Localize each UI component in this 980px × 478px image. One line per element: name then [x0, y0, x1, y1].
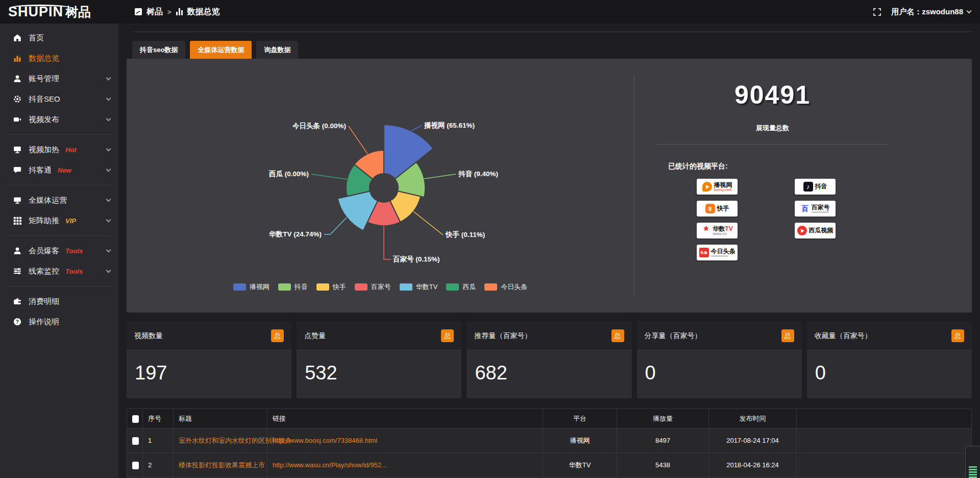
- platform-column: ♪抖音百百家号西瓜视频: [795, 179, 836, 260]
- stat-card-title: 收藏量（百家号）: [815, 331, 872, 341]
- chevron-down-icon: [106, 116, 111, 122]
- pie-label: 快手 (0.11%): [445, 230, 485, 238]
- sidebar-badge: New: [58, 166, 71, 174]
- wallet-icon: [13, 297, 21, 305]
- chart-icon: [13, 54, 21, 62]
- breadcrumb-separator: >: [167, 8, 172, 16]
- pie-label: 华数TV (24.74%): [268, 230, 322, 238]
- floating-service-widget[interactable]: [965, 446, 980, 478]
- sidebar-item-10[interactable]: 会员爆客Tools: [0, 241, 118, 261]
- grid-icon: [13, 217, 21, 225]
- cell-platform: 华数TV: [543, 453, 617, 477]
- total-badge: 总: [781, 329, 794, 342]
- row-checkbox[interactable]: [132, 415, 139, 423]
- filter-icon: [13, 267, 21, 275]
- legend-item-7[interactable]: 今日头条: [484, 282, 527, 292]
- platform-name: 播视网boosj.com: [714, 182, 732, 192]
- signal-bars-icon: [969, 466, 977, 478]
- sidebar-item-label: 全媒体运营: [29, 196, 67, 205]
- platform-badge-toutiao: 头条今日头条: [697, 245, 738, 260]
- fullscreen-icon[interactable]: [873, 8, 881, 16]
- cell-plays: 8497: [617, 428, 709, 453]
- total-badge: 总: [441, 329, 454, 342]
- sidebar-item-1[interactable]: 首页: [0, 28, 118, 48]
- tab-2[interactable]: 全媒体运营数据: [190, 41, 252, 59]
- sidebar-item-6[interactable]: 视频加热Hot: [0, 139, 118, 160]
- stat-card-value: 532: [297, 350, 461, 384]
- column-header: 平台: [573, 415, 586, 422]
- sidebar-item-label: 抖音SEO: [29, 94, 60, 104]
- legend-marker: [484, 283, 497, 291]
- chevron-down-icon: [106, 197, 111, 202]
- pie-label: 播视网 (65.61%): [424, 121, 475, 129]
- sidebar-badge: VIP: [65, 217, 76, 225]
- legend-item-4[interactable]: 百家号: [355, 282, 391, 292]
- svg-text:?: ?: [16, 319, 19, 325]
- platform-badge-douyin: ♪抖音: [795, 179, 836, 195]
- video-url-link[interactable]: http://www.wasu.cn/Play/show/id/952...: [273, 461, 387, 469]
- pie-label: 今日头条 (0.00%): [292, 122, 346, 130]
- legend-label: 抖音: [295, 282, 308, 292]
- sidebar-item-7[interactable]: 抖客通New: [0, 160, 118, 180]
- sidebar: 首页数据总览账号管理抖音SEO视频发布视频加热Hot抖客通New全媒体运营矩阵助…: [0, 23, 118, 478]
- row-checkbox[interactable]: [132, 437, 139, 445]
- row-checkbox[interactable]: [132, 462, 139, 469]
- sidebar-item-11[interactable]: 线索监控Tools: [0, 261, 118, 281]
- legend-item-1[interactable]: 播视网: [233, 282, 270, 292]
- platform-badge-boosj: 播视网boosj.com: [697, 179, 738, 195]
- breadcrumb: 树品 > 数据总览: [135, 7, 220, 17]
- kuaishou-logo-icon: 8: [705, 204, 715, 213]
- legend-label: 今日头条: [501, 282, 527, 292]
- data-tabs: 抖音seo数据全媒体运营数据询盘数据: [132, 41, 298, 59]
- legend-label: 西瓜: [462, 282, 476, 292]
- legend-item-6[interactable]: 西瓜: [446, 282, 476, 292]
- user-menu[interactable]: 用户名：zswodun88: [891, 7, 971, 17]
- sidebar-item-5[interactable]: 视频发布: [0, 109, 118, 130]
- sidebar-item-9[interactable]: 矩阵助推VIP: [0, 210, 118, 231]
- sidebar-item-8[interactable]: 全媒体运营: [0, 190, 118, 210]
- rose-pie-chart: 播视网 (65.61%)抖音 (9.40%)快手 (0.11%)百家号 (0.1…: [127, 59, 634, 313]
- total-badge: 总: [951, 329, 964, 342]
- top-bar: SHUPIN 树品 树品 > 数据总览 用户名：zswodun88: [0, 0, 980, 23]
- sidebar-item-12[interactable]: 消费明细: [0, 291, 118, 312]
- pie-label: 西瓜 (0.00%): [268, 170, 309, 178]
- app-logo: SHUPIN 树品: [0, 4, 118, 20]
- platform-name: 抖音: [815, 183, 827, 190]
- stat-card-3: 推荐量（百家号）总682: [467, 322, 631, 398]
- sidebar-item-4[interactable]: 抖音SEO: [0, 89, 118, 109]
- sidebar-item-label: 矩阵助推: [29, 216, 59, 226]
- video-url-link[interactable]: http://www.boosj.com/7338468.html: [273, 437, 377, 444]
- stat-card-2: 点赞量总532: [297, 322, 461, 398]
- screen-icon: [13, 146, 21, 154]
- sidebar-badge: Tools: [65, 247, 83, 255]
- stat-card-value: 0: [807, 350, 972, 384]
- sidebar-item-label: 首页: [29, 33, 44, 43]
- xigua-logo-icon: [797, 226, 807, 235]
- chart-panel: 播视网 (65.61%)抖音 (9.40%)快手 (0.11%)百家号 (0.1…: [127, 59, 972, 313]
- platform-name: 快手: [717, 205, 729, 212]
- tab-1[interactable]: 抖音seo数据: [132, 41, 185, 59]
- tab-3[interactable]: 询盘数据: [256, 41, 298, 59]
- bar-chart-icon: [176, 8, 183, 15]
- breadcrumb-root[interactable]: 树品: [146, 7, 163, 17]
- sidebar-item-label: 账号管理: [29, 74, 59, 84]
- chat-icon: [13, 166, 21, 174]
- pie-slice-5[interactable]: [338, 191, 378, 231]
- sidebar-item-label: 视频发布: [29, 115, 59, 125]
- pie-label-line: [384, 226, 391, 259]
- stat-card-5: 收藏量（百家号）总0: [807, 322, 972, 398]
- sidebar-item-3[interactable]: 账号管理: [0, 68, 118, 89]
- cell-time: 2018-04-26 16:24: [709, 453, 797, 477]
- sidebar-item-2[interactable]: 数据总览: [0, 48, 118, 68]
- legend-item-5[interactable]: 华数TV: [400, 282, 438, 292]
- cell-no: 1: [143, 428, 174, 453]
- video-title-link[interactable]: 楼体投影灯投影效果震撼上市: [179, 461, 265, 469]
- sidebar-item-13[interactable]: ?操作说明: [0, 312, 118, 332]
- column-header: 播放量: [653, 415, 673, 422]
- platforms-title: 已统计的视频平台:: [668, 162, 911, 171]
- dashboard-page: { "topbar": { "logo_en": "SHUPIN", "logo…: [0, 0, 980, 478]
- legend-item-3[interactable]: 快手: [316, 282, 346, 292]
- sidebar-item-label: 线索监控: [29, 267, 59, 276]
- legend-item-2[interactable]: 抖音: [278, 282, 308, 292]
- pie-label-line: [349, 126, 368, 154]
